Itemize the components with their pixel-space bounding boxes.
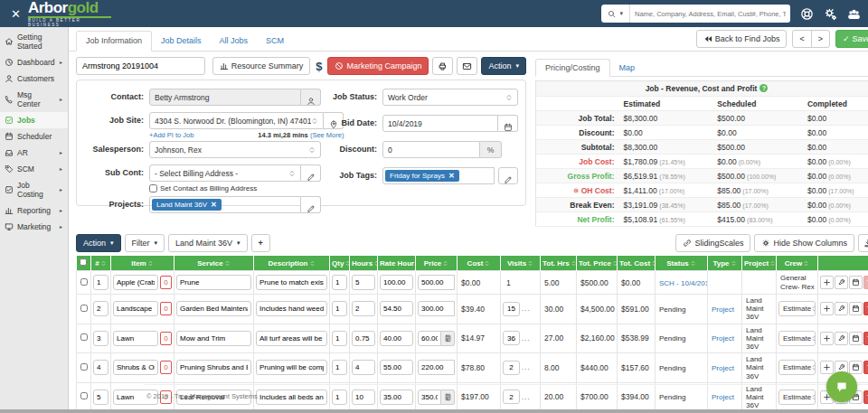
job-status-select[interactable]: Work Order: [382, 89, 518, 106]
items-filter-button[interactable]: Filter▾: [125, 234, 165, 252]
inventory-badge[interactable]: 0: [160, 302, 172, 315]
description-input[interactable]: [256, 360, 327, 375]
service-input[interactable]: [176, 331, 251, 346]
description-input[interactable]: [256, 301, 327, 316]
prev-job-button[interactable]: <: [792, 30, 811, 48]
bid-date-input[interactable]: 10/4/2019: [382, 115, 498, 132]
sidebar-item-job-costing[interactable]: Job Costing►: [0, 177, 68, 202]
sidebar-item-jobs[interactable]: Jobs: [0, 112, 68, 128]
hours-input[interactable]: [352, 275, 375, 290]
add-pi-link[interactable]: +Add PI to Job: [149, 131, 193, 139]
job-tags-field[interactable]: Friday for Sprays✕: [382, 167, 495, 184]
col-header-rate-hour[interactable]: Rate Hour: [378, 256, 416, 271]
job-name-input[interactable]: [76, 57, 205, 75]
col-header-service[interactable]: Service: [175, 256, 254, 271]
add-visit-button[interactable]: [820, 276, 834, 289]
sidebar-item-scm[interactable]: SCM►: [0, 161, 68, 177]
resource-summary-button[interactable]: Resource Summary: [212, 57, 311, 75]
col-header-description[interactable]: Description: [254, 256, 330, 271]
price-input[interactable]: [418, 301, 455, 316]
select-all-checkbox[interactable]: [80, 258, 87, 266]
col-header-qty[interactable]: Qty: [330, 256, 350, 271]
sidebar-item-msg-center[interactable]: Msg Center►: [0, 87, 68, 112]
item-input[interactable]: [113, 360, 158, 375]
inventory-badge[interactable]: 0: [160, 332, 172, 345]
crew-select[interactable]: Estimate: [778, 360, 816, 375]
chat-widget-button[interactable]: [826, 371, 857, 402]
row-number-input[interactable]: [93, 360, 108, 375]
schedule-button[interactable]: [849, 361, 863, 374]
rate-hour-input[interactable]: [380, 360, 413, 375]
col-header-status[interactable]: Status: [656, 256, 708, 271]
row-number-input[interactable]: [93, 301, 108, 316]
project-filter-button[interactable]: Land Maint 36V▾: [168, 234, 248, 252]
add-visit-button[interactable]: [820, 361, 834, 374]
delete-row-button[interactable]: [863, 302, 868, 315]
status-link[interactable]: SCH - 10/4/2019: [659, 279, 708, 287]
sidebar-item-marketing[interactable]: Marketing►: [0, 219, 68, 235]
back-to-find-jobs-button[interactable]: Back to Find Jobs: [696, 30, 788, 48]
tab-map[interactable]: Map: [610, 60, 645, 76]
tools-button[interactable]: [835, 276, 848, 289]
tab-pricing-costing[interactable]: Pricing/Costing: [535, 59, 610, 77]
item-input[interactable]: [113, 301, 158, 316]
type-link[interactable]: Project: [712, 364, 734, 372]
job-action-button[interactable]: Action▾: [481, 57, 526, 75]
sliding-scales-button[interactable]: SlidingScales: [675, 234, 750, 252]
job-site-select[interactable]: 4304 S. Norwood Dr. (Bloomington, IN) 47…: [149, 112, 324, 129]
visits-input[interactable]: [503, 361, 520, 375]
col-header-type[interactable]: Type: [708, 256, 742, 271]
add-item-button[interactable]: +: [251, 234, 270, 252]
hours-input[interactable]: [352, 360, 375, 375]
tab-scm[interactable]: SCM: [257, 32, 293, 51]
tab-job-details[interactable]: Job Details: [152, 32, 211, 51]
projects-edit-button[interactable]: [301, 196, 321, 213]
settings-gear-icon[interactable]: [824, 7, 837, 21]
description-input[interactable]: [256, 331, 327, 346]
schedule-button[interactable]: [849, 302, 863, 315]
col-header-tot-hrs[interactable]: Tot. Hrs: [541, 256, 577, 271]
project-tag[interactable]: Land Maint 36V✕: [152, 199, 222, 211]
user-account-icon[interactable]: [847, 7, 861, 21]
qty-input[interactable]: [332, 275, 347, 290]
qty-input[interactable]: [332, 331, 347, 346]
row-checkbox[interactable]: [80, 278, 88, 286]
sidebar-item-dashboard[interactable]: Dashboard►: [0, 54, 68, 70]
col-header-#[interactable]: #: [91, 256, 111, 271]
col-header-tot-price[interactable]: Tot. Price: [577, 256, 618, 271]
col-header-item[interactable]: Item: [111, 256, 175, 271]
inventory-badge[interactable]: 0: [160, 361, 172, 374]
price-input[interactable]: [418, 360, 455, 375]
col-header-crew[interactable]: Crew: [777, 256, 818, 271]
job-tag[interactable]: Friday for Sprays✕: [385, 170, 459, 182]
rate-hour-input[interactable]: [380, 331, 413, 346]
email-button[interactable]: [457, 57, 477, 75]
sidebar-item-getting-started[interactable]: Getting Started: [0, 29, 68, 54]
marketing-campaign-button[interactable]: Marketing Campaign: [327, 57, 429, 75]
rate-hour-input[interactable]: [380, 275, 413, 290]
row-checkbox[interactable]: [80, 392, 88, 399]
sidebar-item-scheduler[interactable]: Scheduler: [0, 128, 68, 145]
visits-input[interactable]: [503, 331, 520, 345]
col-header-price[interactable]: Price: [416, 256, 458, 271]
crew-select[interactable]: Estimate: [778, 331, 816, 346]
row-number-input[interactable]: [93, 275, 108, 290]
salesperson-select[interactable]: Johnson, Rex: [149, 141, 321, 158]
remove-tag-icon[interactable]: ✕: [448, 172, 455, 180]
export-download-button[interactable]: [858, 234, 868, 252]
horizontal-scrollbar[interactable]: [0, 409, 868, 413]
visits-input[interactable]: [503, 302, 520, 316]
job-tags-edit-button[interactable]: [498, 167, 518, 184]
col-header-tot-cost[interactable]: Tot. Cost: [618, 256, 656, 271]
billing-edit-button[interactable]: [301, 164, 321, 182]
sidebar-item-ar[interactable]: AR►: [0, 145, 68, 161]
col-header-visits[interactable]: Visits: [501, 256, 541, 271]
row-number-input[interactable]: [93, 331, 108, 346]
row-checkbox[interactable]: [80, 363, 88, 371]
description-input[interactable]: [256, 275, 327, 290]
tools-button[interactable]: [835, 332, 848, 345]
billing-address-checkbox[interactable]: [149, 184, 157, 192]
schedule-button[interactable]: [849, 332, 863, 345]
qty-input[interactable]: [332, 360, 347, 375]
gear-icon[interactable]: [572, 187, 580, 194]
